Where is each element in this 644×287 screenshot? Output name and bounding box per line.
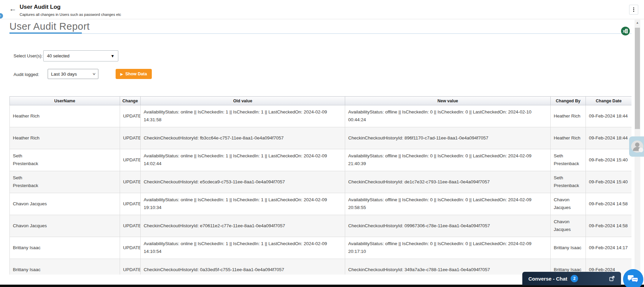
cell-new: CheckinCheckoutHistoryId: 896f1170-c7ad-…	[345, 127, 551, 149]
cell-old: CheckinCheckoutHistoryId: e5cdeca9-c753-…	[141, 171, 345, 193]
cell-date: 09-Feb-2024 15:40	[586, 149, 632, 171]
cell-user: Seth Prestenback	[10, 171, 120, 193]
table-row: Chavon JacquesUPDATECheckinCheckoutHisto…	[10, 215, 632, 237]
table-header-row: UserNameChangeOld valueNew valueChanged …	[10, 97, 632, 105]
chat-unread-badge: 2	[571, 275, 578, 282]
cell-new: AvailabilityStatus: offline || IsChecked…	[345, 237, 551, 259]
scrollbar-thumb[interactable]	[635, 28, 640, 129]
cell-by: Seth Prestenback	[551, 149, 586, 171]
table-row: Heather RichUPDATECheckinCheckoutHistory…	[10, 127, 632, 149]
kebab-menu-icon	[633, 7, 634, 12]
select-users-value: 40 selected	[47, 53, 111, 58]
cell-user: Brittany Isaac	[10, 237, 120, 259]
column-header: New value	[345, 97, 551, 105]
show-data-label: Show Data	[125, 72, 147, 76]
back-button[interactable]: ←	[8, 4, 18, 14]
cell-date: 09-Feb-2024 14:58	[586, 193, 632, 215]
cell-by: Chavon Jacques	[551, 193, 586, 215]
cell-user: Chavon Jacques	[10, 193, 120, 215]
cell-change: UPDATE	[120, 105, 141, 127]
cell-user: Seth Prestenback	[10, 149, 120, 171]
column-header: Changed By	[551, 97, 586, 105]
cell-date: 09-Feb-2024 18:44	[586, 127, 632, 149]
cell-old: AvailabilityStatus: online || IsCheckedI…	[141, 105, 345, 127]
report-heading: User Audit Report	[9, 21, 90, 32]
cell-change: UPDATE	[120, 171, 141, 193]
cell-change: UPDATE	[120, 193, 141, 215]
cell-user: Heather Rich	[10, 105, 120, 127]
cell-change: UPDATE	[120, 127, 141, 149]
cell-by: Chavon Jacques	[551, 215, 586, 237]
cell-change: UPDATE	[120, 215, 141, 237]
table-row: Heather RichUPDATEAvailabilityStatus: on…	[10, 105, 632, 127]
cell-date: 09-Feb-2024 18:44	[586, 105, 632, 127]
column-header: Change Date	[586, 97, 632, 105]
cell-old: CheckinCheckoutHistoryId: fb3cc64e-c757-…	[141, 127, 345, 149]
audit-table-body: Heather RichUPDATEAvailabilityStatus: on…	[10, 105, 632, 275]
scroll-up-arrow-icon[interactable]: ▲	[635, 21, 640, 24]
table-row: Chavon JacquesUPDATEAvailabilityStatus: …	[10, 193, 632, 215]
play-icon: ▶	[120, 72, 123, 76]
cell-old: AvailabilityStatus: online || IsCheckedI…	[141, 149, 345, 171]
cell-by: Heather Rich	[551, 127, 586, 149]
kebab-menu-button[interactable]	[629, 5, 638, 15]
audit-table-container: UserNameChangeOld valueNew valueChanged …	[9, 96, 631, 275]
select-users-dropdown[interactable]: 40 selected ▼	[43, 50, 118, 61]
chat-bubbles-icon	[628, 274, 639, 284]
cell-user: Brittany Isaac	[10, 259, 120, 275]
page-title: User Audit Log	[20, 4, 61, 10]
cell-new: CheckinCheckoutHistoryId: 349a7a3e-c788-…	[345, 259, 551, 275]
cell-old: AvailabilityStatus: online || IsCheckedI…	[141, 237, 345, 259]
table-row: Seth PrestenbackUPDATECheckinCheckoutHis…	[10, 171, 632, 193]
column-header: Change	[120, 97, 141, 105]
cell-old: CheckinCheckoutHistoryId: 0a33ed5f-c755-…	[141, 259, 345, 275]
app-header: › ← User Audit Log Captures all changes …	[0, 0, 644, 19]
cell-new: AvailabilityStatus: offline || IsChecked…	[345, 193, 551, 215]
profile-floating-widget[interactable]	[629, 136, 644, 157]
cell-date: 09-Feb-2024 15:40	[586, 171, 632, 193]
audit-logged-select[interactable]: Last 30 days ˅	[48, 69, 98, 79]
heading-accent-underline	[9, 32, 82, 34]
cell-new: AvailabilityStatus: offline || IsChecked…	[345, 105, 551, 127]
cell-old: AvailabilityStatus: online || IsCheckedI…	[141, 193, 345, 215]
cell-by: Heather Rich	[551, 105, 586, 127]
chat-label: Converse - Chat	[528, 276, 567, 282]
cell-user: Chavon Jacques	[10, 215, 120, 237]
column-header: UserName	[10, 97, 120, 105]
cell-by: Brittany Isaac	[551, 237, 586, 259]
excel-export-icon: X	[621, 27, 630, 35]
cell-change: UPDATE	[120, 237, 141, 259]
audit-table: UserNameChangeOld valueNew valueChanged …	[9, 96, 631, 275]
cell-date: 09-Feb-2024 14:17	[586, 237, 632, 259]
show-data-button[interactable]: ▶ Show Data	[116, 69, 152, 79]
cell-old: CheckinCheckoutHistoryId: e70611e2-c77e-…	[141, 215, 345, 237]
page-subtitle: Captures all changes in Users such as pa…	[20, 12, 121, 17]
cell-change: UPDATE	[120, 149, 141, 171]
caret-down-icon: ▼	[111, 54, 115, 58]
cell-change: UPDATE	[120, 259, 141, 275]
converse-chat-bar[interactable]: Converse - Chat 2	[522, 272, 621, 285]
audit-logged-label: Audit logged:	[14, 72, 39, 77]
cell-new: CheckinCheckoutHistoryId: de1c7e32-c793-…	[345, 171, 551, 193]
audit-logged-value: Last 30 days	[51, 72, 93, 77]
chevron-down-icon: ˅	[92, 72, 95, 76]
open-in-new-icon[interactable]	[609, 276, 615, 282]
table-row: Seth PrestenbackUPDATEAvailabilityStatus…	[10, 149, 632, 171]
cell-user: Heather Rich	[10, 127, 120, 149]
person-icon	[630, 140, 644, 153]
cell-by: Seth Prestenback	[551, 171, 586, 193]
user-audit-log-page: › ← User Audit Log Captures all changes …	[0, 0, 644, 287]
chevron-right-icon[interactable]: ›	[0, 13, 3, 19]
table-row: Brittany IsaacUPDATEAvailabilityStatus: …	[10, 237, 632, 259]
chat-fab-button[interactable]	[623, 269, 643, 287]
select-users-label: Select User(s):	[14, 53, 43, 58]
excel-export-button[interactable]: X	[621, 27, 630, 35]
svg-text:X: X	[623, 29, 625, 33]
cell-new: AvailabilityStatus: offline || IsChecked…	[345, 149, 551, 171]
heading-divider	[9, 33, 631, 34]
column-header: Old value	[141, 97, 345, 105]
cell-date: 09-Feb-2024 14:58	[586, 215, 632, 237]
cell-new: CheckinCheckoutHistoryId: 09967306-c78e-…	[345, 215, 551, 237]
